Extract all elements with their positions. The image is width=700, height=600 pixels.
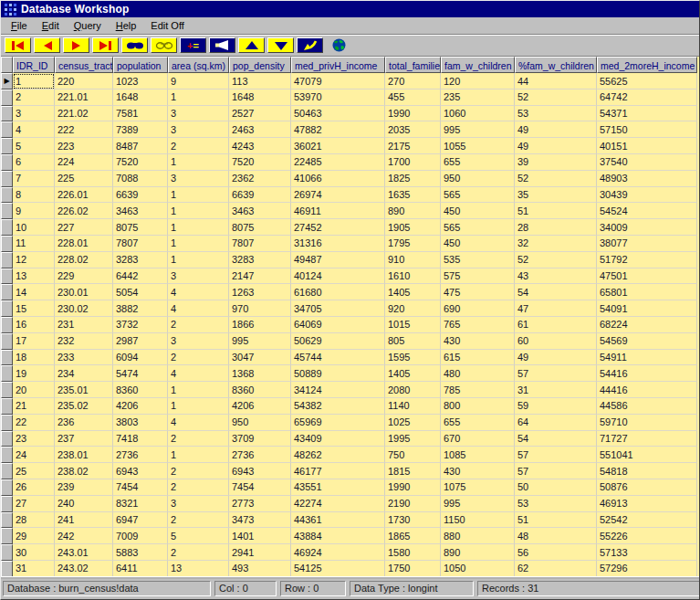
column-header-pop-density[interactable]: pop_density [229, 57, 291, 73]
record-selector[interactable] [1, 106, 13, 122]
table-cell[interactable]: 1060 [441, 106, 515, 122]
table-cell[interactable]: 57 [515, 447, 597, 463]
table-cell[interactable]: 71727 [597, 431, 697, 447]
table-cell[interactable]: 4206 [113, 398, 168, 415]
table-cell[interactable]: 3732 [113, 317, 168, 333]
table-cell[interactable]: 52 [515, 89, 597, 106]
table-cell[interactable]: 54524 [597, 203, 697, 219]
table-cell[interactable]: 43551 [291, 479, 385, 496]
column-header-med-privh-income[interactable]: med_privH_income [291, 57, 385, 73]
record-selector[interactable] [1, 415, 13, 431]
table-cell[interactable]: 2175 [385, 138, 441, 154]
table-cell[interactable]: 41066 [291, 171, 385, 187]
table-cell[interactable]: 51792 [597, 252, 697, 268]
column-header-med-2moreh-income[interactable]: med_2moreH_income [597, 57, 697, 73]
table-cell[interactable]: 6943 [229, 463, 291, 479]
record-selector[interactable] [1, 496, 13, 512]
table-cell[interactable]: 3 [168, 333, 229, 350]
table-cell[interactable]: 44 [515, 73, 597, 89]
table-cell[interactable]: 27 [13, 496, 55, 512]
table-cell[interactable]: 8360 [113, 382, 168, 398]
table-cell[interactable]: 2 [168, 350, 229, 366]
table-cell[interactable]: 3882 [113, 300, 168, 317]
table-cell[interactable]: 15 [13, 300, 55, 317]
table-cell[interactable]: 226.02 [55, 203, 113, 219]
table-cell[interactable]: 5 [13, 138, 55, 154]
table-cell[interactable]: 3473 [229, 512, 291, 529]
record-selector[interactable] [1, 512, 13, 529]
table-cell[interactable]: 655 [441, 415, 515, 431]
table-cell[interactable]: 1865 [385, 528, 441, 544]
record-selector[interactable] [1, 463, 13, 479]
table-cell[interactable]: 60 [515, 333, 597, 350]
table-cell[interactable]: 551041 [597, 447, 697, 463]
table-cell[interactable]: 54911 [597, 350, 697, 366]
table-cell[interactable]: 7581 [113, 106, 168, 122]
table-cell[interactable]: 40151 [597, 138, 697, 154]
table-cell[interactable]: 575 [441, 268, 515, 285]
table-cell[interactable]: 2736 [113, 447, 168, 463]
table-cell[interactable]: 238.01 [55, 447, 113, 463]
table-cell[interactable]: 1905 [385, 219, 441, 236]
table-cell[interactable]: 3 [13, 106, 55, 122]
table-cell[interactable]: 493 [229, 561, 291, 576]
record-selector[interactable] [1, 121, 13, 138]
table-cell[interactable]: 48 [515, 528, 597, 544]
table-cell[interactable]: 6442 [113, 268, 168, 285]
table-cell[interactable]: 235.01 [55, 382, 113, 398]
table-cell[interactable]: 1055 [441, 138, 515, 154]
table-cell[interactable]: 2941 [229, 544, 291, 561]
calculate-button[interactable]: += [180, 37, 206, 53]
table-cell[interactable]: 14 [13, 284, 55, 300]
table-cell[interactable]: 1815 [385, 463, 441, 479]
table-cell[interactable]: 45744 [291, 350, 385, 366]
table-cell[interactable]: 13 [168, 561, 229, 576]
table-cell[interactable]: 59 [515, 398, 597, 415]
record-selector[interactable] [1, 398, 13, 415]
table-cell[interactable]: 31316 [291, 236, 385, 252]
table-cell[interactable]: 243.01 [55, 544, 113, 561]
table-cell[interactable]: 12 [13, 252, 55, 268]
table-cell[interactable]: 7009 [113, 528, 168, 544]
table-cell[interactable]: 26974 [291, 187, 385, 204]
column-header-idr-id[interactable]: IDR_ID [13, 57, 55, 73]
table-cell[interactable]: 6947 [113, 512, 168, 529]
record-selector[interactable] [1, 268, 13, 285]
table-cell[interactable]: 6 [13, 154, 55, 171]
table-cell[interactable]: 920 [385, 300, 441, 317]
table-cell[interactable]: 7389 [113, 121, 168, 138]
table-cell[interactable]: 46177 [291, 463, 385, 479]
table-cell[interactable]: 5474 [113, 365, 168, 382]
table-cell[interactable]: 1750 [385, 561, 441, 576]
table-cell[interactable]: 54091 [597, 300, 697, 317]
table-cell[interactable]: 1405 [385, 365, 441, 382]
table-cell[interactable]: 1 [168, 154, 229, 171]
table-cell[interactable]: 4243 [229, 138, 291, 154]
table-cell[interactable]: 46913 [597, 496, 697, 512]
table-cell[interactable]: 68224 [597, 317, 697, 333]
table-cell[interactable]: 910 [385, 252, 441, 268]
sort-descending-button[interactable] [267, 37, 294, 53]
table-cell[interactable]: 16 [13, 317, 55, 333]
table-cell[interactable]: 2362 [229, 171, 291, 187]
table-cell[interactable]: 50 [515, 479, 597, 496]
table-cell[interactable]: 241 [55, 512, 113, 529]
table-cell[interactable]: 51 [515, 512, 597, 529]
table-cell[interactable]: 22485 [291, 154, 385, 171]
column-header-area-sq-km-[interactable]: area (sq.km) [168, 57, 229, 73]
table-cell[interactable]: 236 [55, 415, 113, 431]
table-cell[interactable]: 995 [441, 496, 515, 512]
table-cell[interactable]: 43 [515, 268, 597, 285]
table-cell[interactable]: 42274 [291, 496, 385, 512]
table-cell[interactable]: 243.02 [55, 561, 113, 576]
table-cell[interactable]: 1 [168, 203, 229, 219]
table-cell[interactable]: 23 [13, 431, 55, 447]
table-cell[interactable]: 3 [168, 121, 229, 138]
column-header-population[interactable]: population [113, 57, 168, 73]
table-cell[interactable]: 52 [515, 252, 597, 268]
table-cell[interactable]: 65969 [291, 415, 385, 431]
table-cell[interactable]: 1700 [385, 154, 441, 171]
table-cell[interactable]: 1023 [113, 73, 168, 89]
table-cell[interactable]: 1150 [441, 512, 515, 529]
table-cell[interactable]: 3463 [113, 203, 168, 219]
